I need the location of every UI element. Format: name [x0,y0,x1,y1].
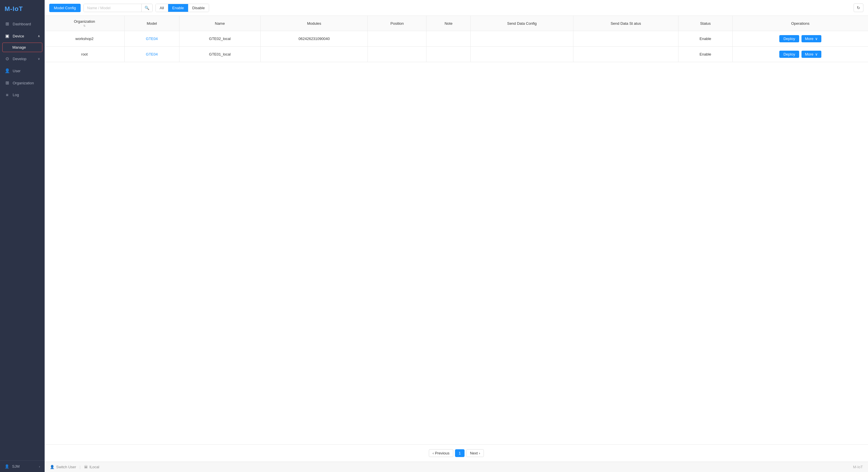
cell-operations: Deploy More ∨ [732,46,868,62]
col-name: Name [179,16,260,31]
cell-name: GTE01_local [179,46,260,62]
more-button[interactable]: More ∨ [802,50,822,58]
sidebar-item-label: Dashboard [13,22,31,26]
sidebar-item-label: Develop [13,57,27,61]
develop-icon: ⊙ [5,56,10,61]
sidebar-nav: ⊞ Dashboard ▣ Device ∧ Manage ⊙ Develop … [0,18,44,461]
sidebar-item-label: Log [13,93,19,97]
col-send-data-status: Send Data St atus [574,16,679,31]
user-icon: 👤 [5,68,10,73]
cell-modules [260,46,368,62]
cell-model[interactable]: GTE04 [124,46,179,62]
col-organization: Organization ⇅ [44,16,124,31]
cell-send-data-config [471,46,574,62]
col-operations: Operations [732,16,868,31]
chevron-up-icon: ∧ [38,34,40,38]
chevron-right-icon: › [479,451,480,455]
chevron-left-icon: ‹ [433,451,434,455]
app-logo: M-IoT [0,0,44,18]
bottom-org-icon: 🏛 [84,465,88,469]
sort-icon: ⇅ [49,24,120,27]
chevron-right-icon: › [39,465,40,468]
cell-model[interactable]: GTE04 [124,31,179,46]
log-icon: ≡ [5,92,10,97]
col-modules: Modules [260,16,368,31]
device-icon: ▣ [5,33,10,39]
col-position: Position [368,16,427,31]
pagination: ‹ Previous 1 Next › [44,444,868,462]
username-label: SJM [12,464,20,469]
sidebar-item-label: Manage [12,45,26,49]
page-1-button[interactable]: 1 [455,449,465,457]
dashboard-icon: ⊞ [5,21,10,27]
table-row: workshop2 GTE04 GTE02_local 062426231090… [44,31,868,46]
more-button[interactable]: More ∨ [802,35,822,42]
sidebar-item-organization[interactable]: ⊞ Organization [0,77,44,89]
cell-name: GTE02_local [179,31,260,46]
sidebar-item-develop[interactable]: ⊙ Develop ∨ [0,53,44,65]
sidebar-item-label: Organization [13,81,34,85]
cell-status: Enable [678,31,732,46]
bottom-user-icon: 👤 [50,465,55,469]
cell-organization: root [44,46,124,62]
table-row: root GTE04 GTE01_local Enable Deploy Mor… [44,46,868,62]
col-model: Model [124,16,179,31]
col-note: Note [427,16,471,31]
filter-enable-button[interactable]: Enable [168,4,188,12]
cell-note [427,31,471,46]
col-send-data-config: Send Data Config [471,16,574,31]
search-box: 🔍 [84,4,153,12]
sidebar-item-label: Device [13,34,24,38]
refresh-button[interactable]: ↻ [854,3,863,12]
bottom-brand: M-IoT [853,465,863,469]
model-config-button[interactable]: Model Config [49,4,81,12]
filter-group: All Enable Disable [156,4,209,12]
sidebar-item-user[interactable]: 👤 User [0,65,44,77]
search-icon: 🔍 [145,6,150,10]
bottom-bar: 👤 Switch User | 🏛 lLocal M-IoT [44,462,868,472]
sidebar-item-device[interactable]: ▣ Device ∧ [0,30,44,42]
user-avatar-icon: 👤 [5,464,9,469]
chevron-down-icon: ∨ [38,57,40,61]
cell-position [368,31,427,46]
cell-position [368,46,427,62]
chevron-down-icon: ∨ [815,52,818,57]
filter-disable-button[interactable]: Disable [188,4,209,12]
sidebar: M-IoT ⊞ Dashboard ▣ Device ∧ Manage ⊙ De… [0,0,44,472]
cell-modules: 062426231090040 [260,31,368,46]
cell-organization: workshop2 [44,31,124,46]
switch-user-label[interactable]: Switch User [56,465,76,469]
device-table: Organization ⇅ Model Name Modules Positi… [44,16,868,62]
cell-send-data-status [574,46,679,62]
sidebar-item-label: User [13,69,21,73]
deploy-button[interactable]: Deploy [779,35,799,42]
col-status: Status [678,16,732,31]
cell-operations: Deploy More ∨ [732,31,868,46]
main-content: Model Config 🔍 All Enable Disable ↻ Orga… [44,0,868,472]
bottom-org-label: lLocal [90,465,99,469]
table-container: Organization ⇅ Model Name Modules Positi… [44,16,868,444]
cell-send-data-config [471,31,574,46]
sidebar-item-log[interactable]: ≡ Log [0,89,44,101]
search-input[interactable] [84,4,142,12]
previous-button[interactable]: ‹ Previous [429,449,453,457]
table-header-row: Organization ⇅ Model Name Modules Positi… [44,16,868,31]
user-footer[interactable]: 👤 SJM › [0,461,44,472]
bottom-divider: | [80,465,80,469]
cell-send-data-status [574,31,679,46]
chevron-down-icon: ∨ [815,37,818,41]
filter-all-button[interactable]: All [156,4,168,12]
sidebar-item-dashboard[interactable]: ⊞ Dashboard [0,18,44,30]
organization-icon: ⊞ [5,80,10,86]
search-button[interactable]: 🔍 [142,4,152,12]
toolbar: Model Config 🔍 All Enable Disable ↻ [44,0,868,16]
cell-note [427,46,471,62]
cell-status: Enable [678,46,732,62]
sidebar-item-manage[interactable]: Manage [2,43,42,52]
deploy-button[interactable]: Deploy [779,50,799,58]
next-button[interactable]: Next › [466,449,484,457]
